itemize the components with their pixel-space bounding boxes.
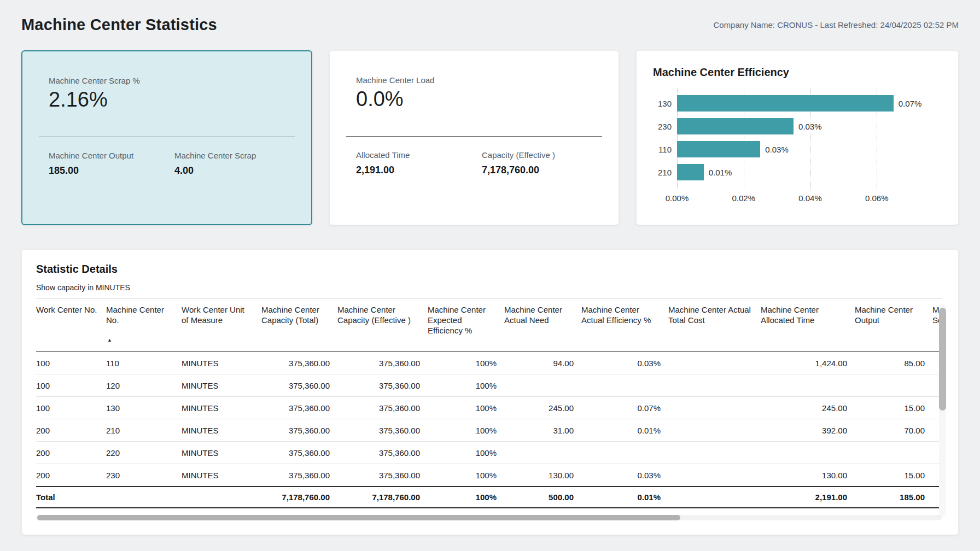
chart-bar[interactable] [677, 95, 894, 112]
table-row[interactable]: 200210MINUTES375,360.00375,360.00100%31.… [36, 419, 942, 441]
table-cell: 15.00 [855, 396, 932, 419]
table-cell: 0.03% [581, 464, 668, 486]
chart-x-tick-label: 0.06% [865, 194, 889, 203]
table-cell: 0.07% [581, 396, 668, 419]
table-cell: MINUTES [182, 351, 261, 374]
chart-bar[interactable] [677, 118, 794, 134]
table-cell: 130 [106, 396, 182, 419]
table-cell [668, 419, 761, 441]
column-header-label: Machine Center Capacity (Effective ) [337, 305, 411, 325]
table-cell: 100 [36, 396, 106, 419]
vertical-scrollbar[interactable] [939, 304, 946, 517]
table-cell [855, 374, 932, 396]
table-cell [668, 464, 761, 486]
kpi-detail-value: 2,191.00 [356, 165, 482, 176]
table-row[interactable]: 100130MINUTES375,360.00375,360.00100%245… [36, 396, 942, 419]
table-cell: MINUTES [182, 374, 261, 396]
column-header[interactable]: Machine Center Actual Need [504, 299, 581, 351]
column-header[interactable]: Machine Center Output [855, 299, 932, 351]
horizontal-scrollbar-thumb[interactable] [37, 515, 680, 520]
table-cell: 375,360.00 [337, 441, 428, 464]
vertical-scrollbar-thumb[interactable] [939, 308, 946, 411]
table-cell: 15.00 [855, 464, 932, 486]
table-cell: 220 [106, 441, 182, 464]
table-row[interactable]: 200230MINUTES375,360.00375,360.00100%130… [36, 464, 942, 486]
efficiency-chart-card: Machine Center Efficiency 130230110210 0… [636, 50, 959, 225]
table-cell: 0.01% [581, 419, 668, 441]
column-header-label: Machine Center Actual Efficiency % [581, 305, 651, 325]
kpi-detail-label: Capacity (Effective ) [482, 150, 608, 160]
page-header: Machine Center Statistics Company Name: … [21, 12, 959, 37]
chart-bar-value-label: 0.07% [899, 99, 922, 108]
table-cell: 100% [428, 419, 504, 441]
table-cell: 2,191.00 [761, 486, 855, 508]
column-header[interactable]: Machine Center Expected Efficiency % [428, 299, 504, 351]
chart-bar[interactable] [677, 141, 760, 157]
table-cell: 7,178,760.00 [337, 486, 428, 508]
table-cell: MINUTES [182, 396, 261, 419]
column-header[interactable]: Work Center No. [36, 299, 106, 351]
table-cell: 375,360.00 [261, 374, 337, 396]
table-cell [668, 396, 761, 419]
table-cell: 210 [106, 419, 182, 441]
column-header[interactable]: Work Center Unit of Measure [182, 299, 261, 351]
table-cell: 70.00 [855, 419, 932, 441]
table-header-row: Work Center No.Machine Center No.▲Work C… [36, 299, 942, 351]
table-cell [668, 374, 761, 396]
table-total-row[interactable]: Total7,178,760.007,178,760.00100%500.000… [36, 486, 942, 508]
table-row[interactable]: 100120MINUTES375,360.00375,360.00100% [36, 374, 942, 396]
kpi-detail-value: 4.00 [174, 165, 300, 177]
kpi-detail-value: 7,178,760.00 [482, 165, 608, 176]
table-cell: 110 [106, 351, 182, 374]
table-row[interactable]: 100110MINUTES375,360.00375,360.00100%94.… [36, 351, 942, 374]
table-cell: 375,360.00 [337, 351, 428, 374]
load-card[interactable]: Machine Center Load 0.0% Allocated Time … [329, 50, 619, 225]
column-header[interactable]: Machine Center No.▲ [106, 299, 182, 351]
column-header-label: Machine Center Expected Efficiency % [428, 305, 486, 335]
table-cell: Total [36, 486, 106, 508]
column-header[interactable]: Machine Center Actual Efficiency % [581, 299, 668, 351]
table-cell: 100% [428, 441, 504, 464]
table-cell: MINUTES [182, 464, 261, 486]
company-caption: Company Name: CRONUS - Last Refreshed: 2… [713, 20, 959, 30]
chart-category-label: 130 [653, 92, 677, 115]
table-cell: 375,360.00 [261, 396, 337, 419]
table-cell: 100 [36, 351, 106, 374]
column-header[interactable]: Machine Center Capacity (Total) [261, 299, 337, 351]
table-cell [581, 441, 668, 464]
horizontal-scrollbar[interactable] [36, 515, 942, 520]
column-header-label: Machine Center No. [106, 305, 164, 325]
kpi-detail-label: Machine Center Output [49, 151, 174, 160]
scrap-percent-card[interactable]: Machine Center Scrap % 2.16% Machine Cen… [21, 50, 312, 225]
table-cell: 100% [428, 374, 504, 396]
table-row[interactable]: 200220MINUTES375,360.00375,360.00100% [36, 441, 942, 464]
kpi-detail-label: Allocated Time [356, 150, 482, 160]
table-cell: 100% [428, 396, 504, 419]
table-cell: 1,424.00 [761, 351, 855, 374]
table-cell [761, 374, 855, 396]
table-cell [855, 441, 932, 464]
kpi-label: Machine Center Scrap % [49, 76, 285, 85]
chart-bar-row: 0.03% [677, 115, 942, 138]
kpi-detail: Allocated Time 2,191.00 [356, 150, 482, 176]
table-cell: MINUTES [182, 419, 261, 441]
table-cell: 185.00 [855, 486, 932, 508]
column-header[interactable]: Machine Center Allocated Time [761, 299, 855, 351]
table-cell: 94.00 [504, 351, 581, 374]
column-header[interactable]: Machine Center Actual Total Cost [668, 299, 761, 351]
chart-category-label: 210 [653, 161, 677, 184]
kpi-value: 0.0% [356, 87, 592, 111]
kpi-label: Machine Center Load [356, 75, 592, 85]
column-header[interactable]: Machine Center Capacity (Effective ) [337, 299, 428, 351]
table-cell: 130.00 [761, 464, 855, 486]
chart-bar[interactable] [677, 164, 704, 180]
card-divider [346, 136, 602, 137]
table-cell: 200 [36, 419, 106, 441]
table-cell: 100% [428, 464, 504, 486]
chart-bar-row: 0.03% [677, 138, 942, 161]
table-cell: 31.00 [504, 419, 581, 441]
kpi-detail-value: 185.00 [49, 165, 174, 177]
column-header-label: Machine Center Capacity (Total) [261, 305, 319, 325]
table-cell: 392.00 [761, 419, 855, 441]
table-cell: 130.00 [504, 464, 581, 486]
